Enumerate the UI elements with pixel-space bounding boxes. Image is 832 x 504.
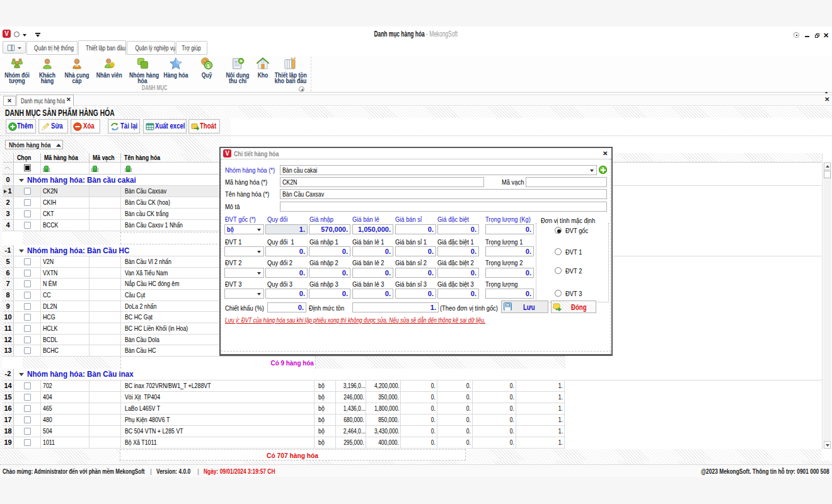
svg-text:$: $ (207, 63, 210, 69)
svg-text:OK: OK (75, 64, 79, 67)
